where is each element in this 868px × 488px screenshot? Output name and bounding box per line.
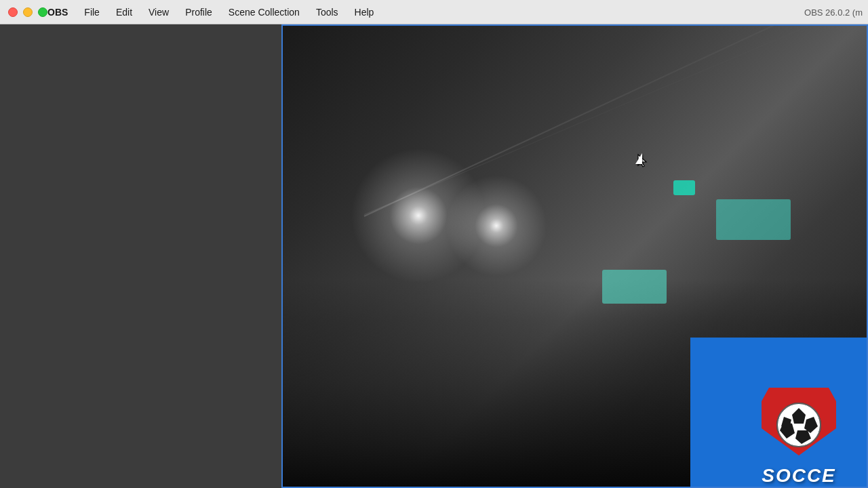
- traffic-lights: [8, 7, 47, 17]
- teal-overlay-lower: [602, 270, 667, 304]
- soccer-logo: SOCCE: [745, 351, 853, 487]
- teal-overlay-medium: [716, 199, 791, 240]
- teal-overlay-small: [673, 180, 695, 195]
- menu-file[interactable]: File: [76, 4, 108, 20]
- menubar: OBS File Edit View Profile Scene Collect…: [0, 0, 868, 24]
- soccer-ball-icon: [772, 398, 826, 452]
- soccer-text-label: SOCCE: [762, 465, 836, 487]
- menu-items-container: OBS File Edit View Profile Scene Collect…: [5, 4, 863, 20]
- menu-help[interactable]: Help: [347, 4, 382, 20]
- menu-tools[interactable]: Tools: [308, 4, 347, 20]
- maximize-button[interactable]: [38, 7, 47, 17]
- close-button[interactable]: [8, 7, 18, 17]
- logo-container: [758, 388, 840, 462]
- version-label: OBS 26.0.2 (m: [804, 7, 863, 17]
- menu-view[interactable]: View: [140, 4, 177, 20]
- main-content: SOCCE: [0, 24, 868, 488]
- menu-scene-collection[interactable]: Scene Collection: [220, 4, 308, 20]
- preview-area[interactable]: SOCCE: [281, 24, 868, 488]
- left-sidebar: [0, 24, 281, 488]
- menu-edit[interactable]: Edit: [108, 4, 140, 20]
- menu-profile[interactable]: Profile: [177, 4, 220, 20]
- light-source-2: [446, 175, 547, 277]
- minimize-button[interactable]: [23, 7, 33, 17]
